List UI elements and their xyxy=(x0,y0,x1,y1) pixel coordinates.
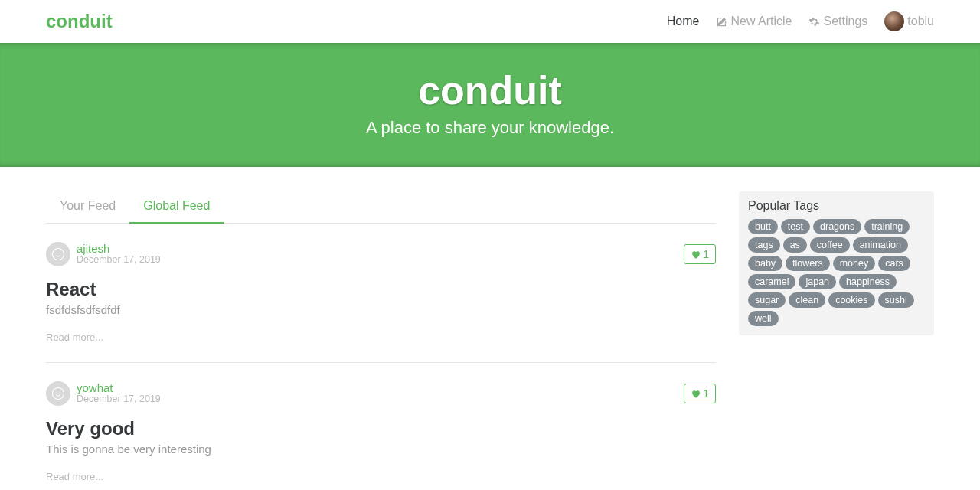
page: Your Feed Global Feed ajiteshDecember 17… xyxy=(0,167,980,490)
svg-point-3 xyxy=(53,388,64,400)
tag-pill[interactable]: butt xyxy=(748,219,778,234)
tab-global-feed[interactable]: Global Feed xyxy=(129,191,224,224)
favorite-count: 1 xyxy=(703,387,709,400)
favorite-button[interactable]: 1 xyxy=(684,244,716,264)
svg-point-4 xyxy=(56,392,57,393)
tag-list: butttestdragonstrainingtagsascoffeeanima… xyxy=(748,219,925,326)
article-meta: yowhatDecember 17, 20191 xyxy=(46,381,716,406)
read-more-link[interactable]: Read more... xyxy=(46,471,103,482)
author-avatar[interactable] xyxy=(46,381,70,406)
tag-pill[interactable]: as xyxy=(783,237,807,253)
tag-pill[interactable]: money xyxy=(833,256,876,271)
article-description: fsdfdsfsdfsdfdf xyxy=(46,303,716,316)
article-date: December 17, 2019 xyxy=(77,394,161,405)
article: ajiteshDecember 17, 20191Reactfsdfdsfsdf… xyxy=(46,224,716,363)
article-date: December 17, 2019 xyxy=(77,255,161,266)
tag-pill[interactable]: clean xyxy=(789,292,825,308)
author-avatar[interactable] xyxy=(46,242,70,266)
tag-pill[interactable]: sugar xyxy=(748,292,786,308)
article-title[interactable]: React xyxy=(46,279,716,300)
gear-icon xyxy=(808,16,820,28)
author-info: yowhatDecember 17, 2019 xyxy=(77,382,161,405)
read-more-link[interactable]: Read more... xyxy=(46,332,103,343)
tag-pill[interactable]: japan xyxy=(799,274,836,289)
compose-icon xyxy=(716,16,727,28)
banner-subtitle: A place to share your knowledge. xyxy=(0,118,980,138)
article-meta: ajiteshDecember 17, 20191 xyxy=(46,242,716,266)
tag-pill[interactable]: cookies xyxy=(828,292,874,308)
article: yowhatDecember 17, 20191Very goodThis is… xyxy=(46,363,716,490)
svg-point-1 xyxy=(56,253,57,253)
tag-pill[interactable]: caramel xyxy=(748,274,795,289)
popular-tags-title: Popular Tags xyxy=(748,199,925,213)
tag-pill[interactable]: baby xyxy=(748,256,782,271)
nav-username: tobiu xyxy=(907,15,934,28)
tag-pill[interactable]: tags xyxy=(748,237,780,253)
favorite-count: 1 xyxy=(703,248,709,260)
nav-home[interactable]: Home xyxy=(667,15,700,28)
tag-pill[interactable]: coffee xyxy=(810,237,850,253)
tag-pill[interactable]: dragons xyxy=(813,219,861,234)
nav-right: Home New Article Settings tobiu xyxy=(667,11,934,31)
banner: conduit A place to share your knowledge. xyxy=(0,43,980,167)
nav-settings[interactable]: Settings xyxy=(808,15,867,28)
nav-profile[interactable]: tobiu xyxy=(884,11,934,31)
tag-pill[interactable]: test xyxy=(781,219,810,234)
article-title[interactable]: Very good xyxy=(46,418,716,439)
author-link[interactable]: ajitesh xyxy=(77,243,161,256)
smiley-icon xyxy=(51,247,65,261)
feed-tabs: Your Feed Global Feed xyxy=(46,191,716,224)
favorite-button[interactable]: 1 xyxy=(684,384,716,403)
tag-pill[interactable]: training xyxy=(864,219,910,234)
tag-pill[interactable]: happiness xyxy=(839,274,897,289)
navbar: conduit Home New Article Settings tobiu xyxy=(0,0,980,43)
nav-new-article-label: New Article xyxy=(730,15,792,28)
heart-icon xyxy=(691,389,701,399)
nav-settings-label: Settings xyxy=(823,15,867,28)
tab-your-feed[interactable]: Your Feed xyxy=(46,191,129,224)
heart-icon xyxy=(691,250,701,260)
svg-point-2 xyxy=(60,253,60,253)
sidebar: Popular Tags butttestdragonstrainingtags… xyxy=(739,191,934,335)
banner-title: conduit xyxy=(0,67,980,113)
tag-pill[interactable]: sushi xyxy=(878,292,914,308)
nav-new-article[interactable]: New Article xyxy=(716,15,792,28)
article-description: This is gonna be very interesting xyxy=(46,443,716,456)
brand-logo[interactable]: conduit xyxy=(46,11,113,32)
tag-pill[interactable]: cars xyxy=(878,256,910,271)
tag-pill[interactable]: well xyxy=(748,311,779,326)
main-column: Your Feed Global Feed ajiteshDecember 17… xyxy=(46,191,716,490)
smiley-icon xyxy=(51,387,65,400)
svg-point-5 xyxy=(60,392,60,393)
author-info: ajiteshDecember 17, 2019 xyxy=(77,243,161,266)
article-list: ajiteshDecember 17, 20191Reactfsdfdsfsdf… xyxy=(46,224,716,490)
avatar xyxy=(884,11,904,31)
tag-pill[interactable]: flowers xyxy=(786,256,830,271)
author-link[interactable]: yowhat xyxy=(77,382,161,395)
tag-pill[interactable]: animation xyxy=(853,237,908,253)
svg-point-0 xyxy=(53,249,64,260)
